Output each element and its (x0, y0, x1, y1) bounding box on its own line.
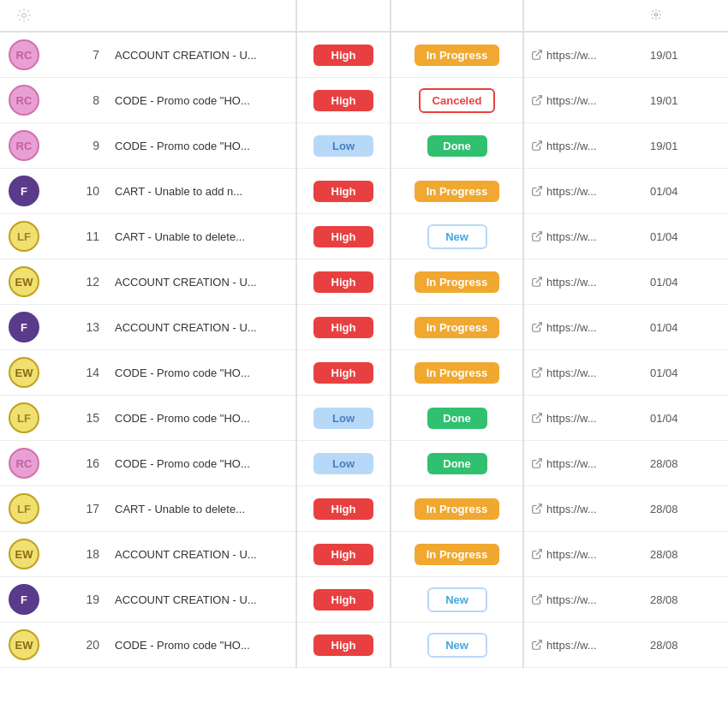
status-cell: In Progress (391, 32, 523, 78)
url-cell[interactable]: https://w... (523, 78, 643, 123)
bug-name[interactable]: CODE - Promo code "HO... (108, 396, 296, 441)
avatar-cell: LF (0, 486, 48, 532)
bug-name[interactable]: ACCOUNT CREATION - U... (108, 32, 296, 78)
bug-name[interactable]: CODE - Promo code "HO... (108, 123, 296, 169)
col-header-name (108, 0, 296, 32)
status-cell: Done (391, 441, 523, 486)
bug-id: 11 (48, 214, 108, 259)
table-row: LF15CODE - Promo code "HO...LowDonehttps… (0, 396, 728, 441)
bug-name[interactable]: CART - Unable to delete... (108, 214, 296, 259)
priority-cell: Low (296, 396, 391, 441)
bug-name[interactable]: CODE - Promo code "HO... (108, 441, 296, 486)
bug-name[interactable]: ACCOUNT CREATION - U... (108, 577, 296, 623)
priority-badge: High (313, 589, 373, 611)
svg-line-10 (536, 414, 541, 419)
url-cell[interactable]: https://w... (523, 305, 643, 350)
svg-line-15 (536, 640, 541, 646)
url-cell[interactable]: https://w... (523, 532, 643, 577)
bug-id: 7 (48, 32, 108, 78)
bug-name[interactable]: CODE - Promo code "HO... (108, 350, 296, 396)
bug-name[interactable]: ACCOUNT CREATION - U... (108, 532, 296, 577)
priority-cell: High (296, 259, 391, 305)
priority-badge: High (313, 634, 373, 656)
url-text: https://w... (546, 140, 597, 152)
url-cell[interactable]: https://w... (523, 123, 643, 169)
url-cell[interactable]: https://w... (523, 214, 643, 259)
status-badge: In Progress (415, 317, 500, 338)
external-link-icon (531, 140, 543, 152)
submit-cell: 28/08 (643, 532, 728, 577)
svg-line-13 (536, 550, 541, 555)
url-text: https://w... (546, 503, 597, 515)
status-badge: New (427, 224, 487, 249)
svg-line-3 (536, 96, 541, 101)
url-cell[interactable]: https://w... (523, 396, 643, 441)
priority-badge: High (313, 544, 373, 565)
url-cell[interactable]: https://w... (523, 169, 643, 214)
settings-icon-right (650, 9, 662, 21)
col-header-priority (296, 0, 391, 32)
priority-cell: High (296, 214, 391, 259)
avatar-cell: F (0, 305, 48, 350)
table-row: RC7ACCOUNT CREATION - U...HighIn Progres… (0, 32, 728, 78)
priority-badge: Low (313, 408, 373, 429)
table-row: F10CART - Unable to add n...HighIn Progr… (0, 169, 728, 214)
svg-line-4 (536, 141, 541, 146)
bug-name[interactable]: CODE - Promo code "HO... (108, 623, 296, 668)
svg-line-14 (536, 595, 541, 600)
priority-badge: High (313, 181, 373, 202)
bug-id: 15 (48, 396, 108, 441)
url-cell[interactable]: https://w... (523, 623, 643, 668)
bug-name[interactable]: ACCOUNT CREATION - U... (108, 305, 296, 350)
external-link-icon (531, 49, 543, 61)
bug-name[interactable]: ACCOUNT CREATION - U... (108, 259, 296, 305)
url-cell[interactable]: https://w... (523, 259, 643, 305)
submit-cell: 28/08 (643, 623, 728, 668)
avatar: RC (9, 448, 39, 479)
external-link-icon (531, 366, 543, 378)
submit-cell: 19/01 (643, 78, 728, 123)
url-cell[interactable]: https://w... (523, 486, 643, 532)
submit-cell: 19/01 (643, 32, 728, 78)
status-badge: Done (427, 408, 487, 429)
url-cell[interactable]: https://w... (523, 350, 643, 396)
settings-icon-left (16, 8, 32, 23)
settings-header-left[interactable] (0, 0, 48, 32)
avatar-cell: RC (0, 78, 48, 123)
priority-badge: High (313, 498, 373, 520)
svg-line-9 (536, 368, 541, 373)
external-link-icon (531, 548, 543, 560)
url-text: https://w... (546, 49, 597, 62)
priority-cell: High (296, 169, 391, 214)
bug-name[interactable]: CART - Unable to delete... (108, 486, 296, 532)
col-header-url (523, 0, 643, 32)
bug-id: 18 (48, 532, 108, 577)
col-header-status (391, 0, 523, 32)
submit-cell: 01/04 (643, 169, 728, 214)
priority-cell: High (296, 350, 391, 396)
bug-name[interactable]: CODE - Promo code "HO... (108, 78, 296, 123)
url-cell[interactable]: https://w... (523, 441, 643, 486)
col-header-submit[interactable] (643, 0, 728, 32)
status-badge: In Progress (415, 271, 500, 293)
external-link-icon (531, 639, 543, 651)
avatar-cell: RC (0, 441, 48, 486)
bug-id: 14 (48, 350, 108, 396)
priority-badge: High (313, 90, 373, 111)
url-cell[interactable]: https://w... (523, 577, 643, 623)
status-cell: In Progress (391, 350, 523, 396)
priority-cell: High (296, 577, 391, 623)
avatar: F (9, 584, 39, 615)
status-cell: In Progress (391, 532, 523, 577)
bug-name[interactable]: CART - Unable to add n... (108, 169, 296, 214)
bug-table-container: RC7ACCOUNT CREATION - U...HighIn Progres… (0, 0, 728, 668)
avatar-cell: LF (0, 214, 48, 259)
svg-line-6 (536, 232, 541, 237)
status-badge: In Progress (415, 181, 500, 202)
url-text: https://w... (546, 457, 597, 470)
table-row: F13ACCOUNT CREATION - U...HighIn Progres… (0, 305, 728, 350)
submit-cell: 01/04 (643, 259, 728, 305)
url-cell[interactable]: https://w... (523, 32, 643, 78)
bug-id: 10 (48, 169, 108, 214)
avatar: F (9, 312, 39, 343)
